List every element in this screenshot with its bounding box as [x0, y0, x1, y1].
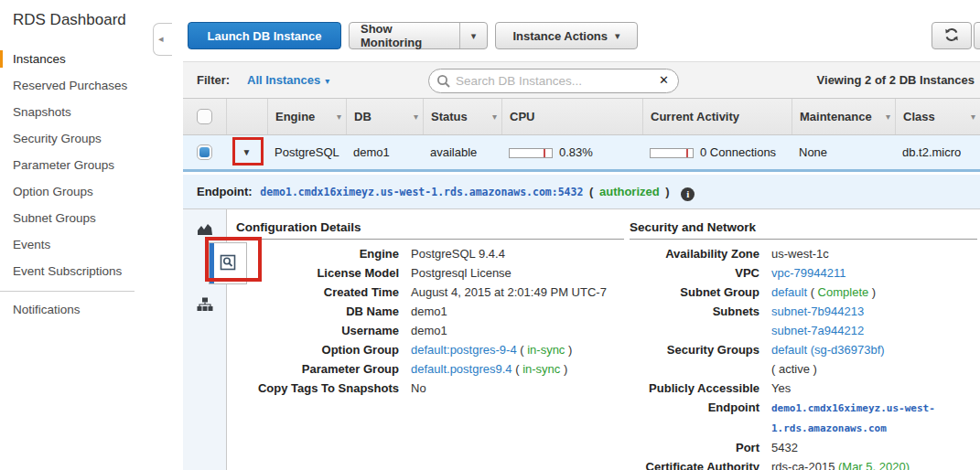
paren-close: )	[665, 185, 669, 198]
detail-tab-strip	[183, 209, 227, 470]
detail-label: VPC	[630, 263, 771, 283]
instance-actions-label: Instance Actions	[512, 29, 608, 43]
expand-row-icon[interactable]: ▼	[242, 135, 252, 170]
sidebar-item-instances[interactable]: Instances	[0, 46, 151, 72]
sidebar-item-event-subscriptions[interactable]: Event Subscriptions	[0, 258, 151, 284]
detail-value: default:postgres-9-4 ( in-sync )	[411, 340, 610, 359]
show-monitoring-button[interactable]: Show Monitoring ▾	[349, 22, 488, 49]
chevron-down-icon[interactable]: ▾	[460, 30, 487, 42]
search-icon	[436, 74, 451, 89]
sidebar-item-parameter-groups[interactable]: Parameter Groups	[0, 152, 151, 178]
activity-value: 0 Connections	[700, 145, 776, 159]
table-row[interactable]: ▼ PostgreSQL demo1 available 0.83% 0 Con…	[183, 135, 980, 172]
tab-topology[interactable]	[183, 290, 227, 321]
endpoint-bar: Endpoint: demo1.cmdx16ximeyz.us-west-1.r…	[183, 175, 980, 208]
detail-link[interactable]: default	[771, 285, 807, 299]
detail-label: License Model	[236, 263, 411, 283]
column-header-current-activity[interactable]: Current Activity	[642, 99, 792, 134]
detail-text: ( active )	[771, 362, 817, 376]
sidebar-item-subnet-groups[interactable]: Subnet Groups	[0, 205, 151, 231]
info-icon[interactable]: i	[681, 187, 695, 201]
detail-row: Parameter Groupdefault.postgres9.4 ( in-…	[236, 359, 624, 379]
detail-value: PostgreSQL 9.4.4	[411, 244, 610, 263]
select-all-checkbox[interactable]	[197, 109, 212, 124]
tab-monitoring[interactable]	[183, 215, 227, 246]
column-header-status[interactable]: Status▾	[423, 99, 501, 134]
column-header-maintenance[interactable]: Maintenance▾	[792, 99, 895, 134]
detail-label: Copy Tags To Snapshots	[236, 379, 411, 398]
detail-row: License ModelPostgresql License	[236, 263, 624, 283]
partial-toolbar-button[interactable]	[974, 22, 980, 49]
endpoint-label: Endpoint:	[197, 185, 253, 198]
viewing-count: Viewing 2 of 2 DB Instances	[817, 62, 975, 98]
detail-row: Availability Zoneus-west-1c	[630, 244, 977, 263]
detail-link[interactable]: subnet-7a944212	[771, 324, 864, 337]
sidebar-item-notifications[interactable]: Notifications	[0, 291, 135, 323]
detail-link[interactable]: default.postgres9.4	[411, 362, 512, 376]
instance-actions-button[interactable]: Instance Actions ▾	[495, 22, 638, 49]
detail-link[interactable]: subnet-7b944213	[771, 304, 864, 318]
detail-text: No	[411, 381, 426, 395]
row-checkbox[interactable]	[197, 144, 212, 160]
detail-row: Subnet Groupdefault ( Complete )	[630, 283, 977, 302]
detail-link[interactable]: demo1.cmdx16ximeyz.us-west-1.rds.amazona…	[771, 402, 935, 434]
launch-db-instance-label: Launch DB Instance	[208, 29, 322, 43]
sidebar-item-reserved-purchases[interactable]: Reserved Purchases	[0, 72, 151, 99]
detail-text: in-sync	[522, 362, 560, 376]
detail-text: (	[517, 343, 528, 357]
cell-engine: PostgreSQL	[267, 135, 346, 169]
detail-value: default (sg-d36973bf)( active )	[771, 340, 974, 379]
show-monitoring-label: Show Monitoring	[350, 22, 459, 49]
security-network-panel: Security and Network Availability Zoneus…	[630, 220, 977, 470]
sort-arrow-icon: ▾	[414, 99, 418, 134]
status-badge: available	[423, 135, 501, 169]
endpoint-address[interactable]: demo1.cmdx16ximeyz.us-west-1.rds.amazona…	[260, 186, 583, 198]
detail-text: in-sync	[527, 343, 565, 357]
filter-bar: Filter: All Instances▾ ✕ Viewing 2 of 2 …	[183, 61, 980, 99]
sidebar-collapse-handle[interactable]: ◂	[153, 23, 172, 56]
detail-text: )	[560, 362, 567, 376]
detail-text: rds-ca-2015	[771, 460, 838, 470]
refresh-icon	[944, 27, 959, 45]
detail-link[interactable]: vpc-79944211	[771, 266, 845, 280]
column-header-cpu[interactable]: CPU	[501, 99, 642, 134]
detail-text: (Mar 5, 2020)	[838, 460, 910, 470]
sidebar-item-security-groups[interactable]: Security Groups	[0, 125, 151, 152]
search-input[interactable]	[456, 71, 649, 91]
detail-link[interactable]: default (sg-d36973bf)	[771, 343, 885, 357]
rds-console: RDS Dashboard InstancesReserved Purchase…	[0, 0, 980, 470]
detail-label: Username	[236, 321, 411, 340]
column-header-label: Maintenance	[800, 110, 872, 123]
column-header-engine[interactable]: Engine▾	[267, 99, 346, 134]
detail-text: August 4, 2015 at 2:01:49 PM UTC-7	[411, 285, 607, 299]
column-header-class[interactable]: Class▾	[895, 99, 980, 134]
header-expand-cell	[226, 99, 267, 134]
cell-maintenance: None	[792, 135, 895, 169]
sidebar-item-events[interactable]: Events	[0, 231, 151, 258]
column-header-label: Status	[431, 110, 468, 123]
detail-value: No	[411, 379, 610, 398]
filter-label: Filter:	[197, 62, 230, 98]
detail-label: Availability Zone	[630, 244, 771, 263]
detail-row: Option Groupdefault:postgres-9-4 ( in-sy…	[236, 340, 624, 359]
clear-search-icon[interactable]: ✕	[659, 73, 669, 87]
detail-value: August 4, 2015 at 2:01:49 PM UTC-7	[411, 283, 610, 302]
detail-text: (	[512, 362, 523, 376]
sort-arrow-icon: ▾	[492, 99, 497, 134]
detail-label: Engine	[236, 244, 411, 263]
refresh-button[interactable]	[932, 22, 972, 49]
cell-db-instance: demo1	[346, 135, 423, 169]
detail-value: default.postgres9.4 ( in-sync )	[411, 359, 610, 379]
detail-row: DB Namedemo1	[236, 302, 624, 321]
detail-link[interactable]: default:postgres-9-4	[411, 343, 517, 357]
column-header-db-instance[interactable]: DB Instance▾	[346, 99, 423, 134]
detail-value: Postgresql License	[411, 263, 610, 283]
sidebar-item-option-groups[interactable]: Option Groups	[0, 178, 151, 205]
detail-text: demo1	[411, 324, 447, 337]
filter-dropdown[interactable]: All Instances▾	[247, 62, 329, 99]
sidebar-item-snapshots[interactable]: Snapshots	[0, 99, 151, 125]
detail-label: Subnets	[630, 302, 771, 340]
detail-text: PostgreSQL 9.4.4	[411, 247, 505, 261]
activity-bar	[650, 148, 694, 158]
launch-db-instance-button[interactable]: Launch DB Instance	[188, 22, 341, 49]
